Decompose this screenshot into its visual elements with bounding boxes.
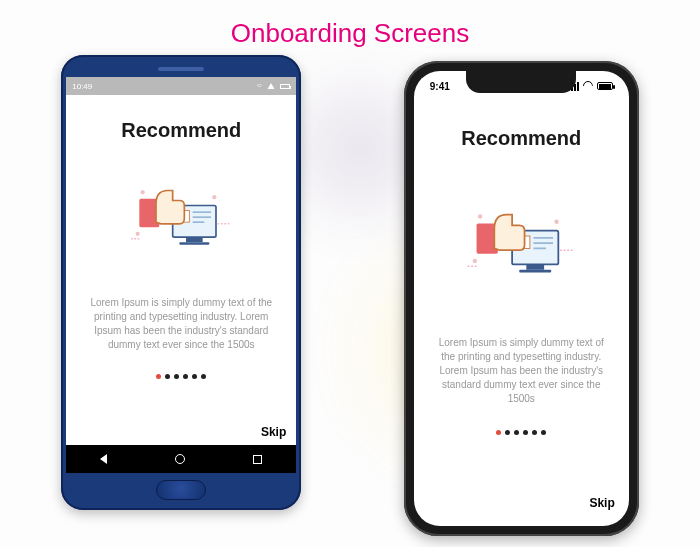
nav-home-icon[interactable] <box>175 454 185 464</box>
skip-button[interactable]: Skip <box>261 425 286 439</box>
iphone-notch <box>466 71 576 93</box>
android-screen: 10:49 ⌔ Recommend <box>66 77 296 473</box>
wifi-icon <box>583 81 593 91</box>
signal-icon <box>268 83 275 89</box>
page-dot <box>165 374 170 379</box>
svg-point-23 <box>473 259 477 263</box>
android-home-button[interactable] <box>156 480 206 500</box>
android-statusbar: 10:49 ⌔ <box>66 77 296 95</box>
android-chin <box>66 473 296 506</box>
android-navbar <box>66 445 296 473</box>
svg-rect-2 <box>186 237 203 242</box>
page-dot <box>532 430 537 435</box>
statusbar-time: 10:49 <box>72 82 92 91</box>
statusbar-right-icons: ⌔ <box>257 82 290 91</box>
device-stage: 10:49 ⌔ Recommend <box>0 55 700 536</box>
page-dot <box>156 374 161 379</box>
battery-icon <box>280 84 290 89</box>
nav-back-icon[interactable] <box>100 454 107 464</box>
svg-point-22 <box>555 220 559 224</box>
page-dot <box>201 374 206 379</box>
page-dot <box>541 430 546 435</box>
recommend-illustration <box>466 204 576 284</box>
page-dot <box>183 374 188 379</box>
onboarding-title: Recommend <box>461 127 581 150</box>
nav-recent-icon[interactable] <box>253 455 262 464</box>
page-indicator <box>496 430 546 435</box>
onboarding-title: Recommend <box>121 119 241 142</box>
android-speaker <box>158 67 204 71</box>
svg-point-21 <box>478 214 482 218</box>
skip-button[interactable]: Skip <box>589 496 614 510</box>
page-dot <box>505 430 510 435</box>
statusbar-time: 9:41 <box>430 81 450 92</box>
battery-icon <box>597 82 613 90</box>
recommend-illustration <box>131 178 231 258</box>
svg-rect-15 <box>527 264 545 269</box>
page-dot <box>496 430 501 435</box>
android-device-frame: 10:49 ⌔ Recommend <box>61 55 301 510</box>
page-indicator <box>156 374 206 379</box>
svg-rect-3 <box>180 242 210 245</box>
svg-point-8 <box>141 190 145 194</box>
page-dot <box>514 430 519 435</box>
page-dot <box>192 374 197 379</box>
onboarding-content: Recommend <box>66 95 296 445</box>
svg-point-9 <box>213 195 217 199</box>
svg-point-10 <box>136 232 140 236</box>
svg-rect-16 <box>519 270 551 273</box>
page-dot <box>174 374 179 379</box>
onboarding-content: Recommend <box>414 101 629 526</box>
page-title: Onboarding Screens <box>0 0 700 55</box>
onboarding-description: Lorem Ipsum is simply dummy text of the … <box>428 336 615 406</box>
onboarding-description: Lorem Ipsum is simply dummy text of the … <box>80 296 282 352</box>
wifi-icon: ⌔ <box>257 82 262 91</box>
iphone-screen: 9:41 Recommend <box>414 71 629 526</box>
page-dot <box>523 430 528 435</box>
iphone-device-frame: 9:41 Recommend <box>404 61 639 536</box>
